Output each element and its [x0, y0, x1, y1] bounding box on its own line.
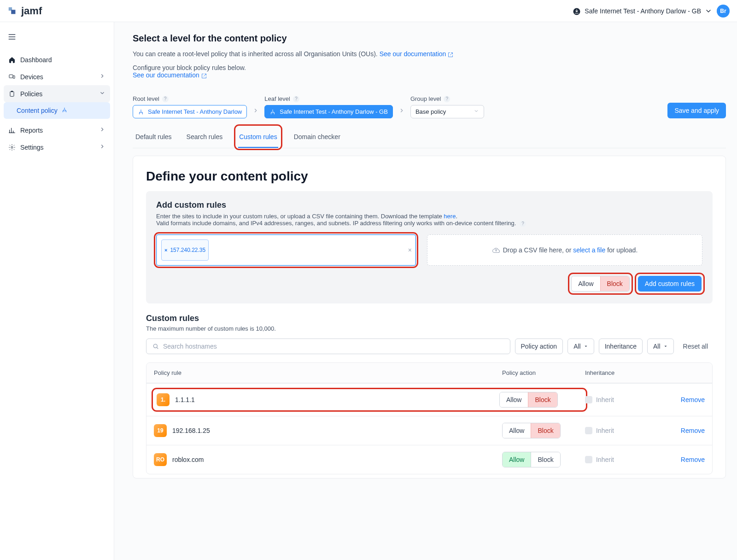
sidebar-item-label: Devices — [20, 73, 43, 81]
configure-sub: Configure your block policy rules below.… — [133, 64, 726, 79]
org-switcher[interactable]: Safe Internet Test - Anthony Darlow - GB — [585, 7, 712, 15]
sidebar-item-label: Content policy — [17, 107, 58, 114]
chevron-right-icon — [398, 107, 406, 118]
custom-rules-sub: The maximum number of custom rules is 10… — [146, 325, 713, 332]
help-icon[interactable]: ? — [162, 96, 169, 102]
block-option[interactable]: Block — [600, 276, 629, 291]
brand: jamf — [7, 5, 42, 17]
row-inherit[interactable]: Inherit — [585, 456, 654, 463]
chevron-right-icon — [252, 107, 260, 118]
save-and-apply-button[interactable]: Save and apply — [667, 103, 726, 118]
tab-custom[interactable]: Custom rules — [238, 127, 278, 148]
tabs: Default rulesSearch rulesCustom rulesDom… — [133, 127, 726, 148]
sidebar-subitem-content-policy[interactable]: Content policy — [4, 102, 110, 119]
row-remove-link[interactable]: Remove — [654, 427, 705, 434]
reset-all-button[interactable]: Reset all — [679, 339, 713, 354]
row-block-option[interactable]: Block — [531, 452, 560, 467]
tab-checker[interactable]: Domain checker — [293, 127, 341, 148]
row-allow-option[interactable]: Allow — [500, 392, 528, 407]
row-inherit[interactable]: Inherit — [585, 427, 654, 434]
allow-option[interactable]: Allow — [572, 276, 600, 291]
clear-all-tokens[interactable]: × — [408, 246, 412, 254]
table-row: RO roblox.com Allow Block Inherit Remove — [146, 445, 712, 474]
add-rules-panel: Add custom rules Enter the sites to incl… — [146, 191, 713, 303]
define-title: Define your content policy — [146, 169, 713, 184]
add-rules-title: Add custom rules — [156, 200, 702, 210]
row-remove-link[interactable]: Remove — [654, 456, 705, 463]
svg-rect-4 — [13, 76, 15, 78]
rule-badge: 1. — [157, 393, 170, 406]
add-custom-rules-highlight: Add custom rules — [637, 275, 702, 292]
row-allow-option[interactable]: Allow — [503, 452, 531, 467]
tab-default[interactable]: Default rules — [135, 127, 173, 148]
page-subtitle: You can create a root-level policy that … — [133, 50, 726, 58]
sidebar-item-label: Dashboard — [20, 56, 52, 64]
doc-link-2[interactable]: See our documentation — [133, 71, 207, 79]
help-icon[interactable]: ? — [293, 96, 299, 102]
table-header: Policy rule Policy action Inheritance — [146, 363, 712, 383]
help-icon[interactable]: ? — [444, 96, 450, 102]
chevron-down-icon — [705, 7, 712, 15]
sidebar-item-policies[interactable]: Policies — [4, 85, 110, 102]
download-icon[interactable] — [573, 7, 580, 15]
csv-select-file-link[interactable]: select a file — [573, 246, 605, 254]
rule-host: 192.168.1.25 — [172, 427, 210, 434]
define-card: Define your content policy Add custom ru… — [133, 156, 726, 478]
add-rules-sub-1: Enter the sites to include in your custo… — [156, 213, 702, 220]
svg-point-8 — [153, 344, 157, 348]
sidebar-item-devices[interactable]: Devices — [0, 68, 114, 85]
token-value: 157.240.22.35 — [170, 247, 205, 253]
sidebar-item-dashboard[interactable]: Dashboard — [0, 52, 114, 68]
clipboard-icon — [8, 90, 16, 98]
row-inherit[interactable]: Inherit — [585, 396, 654, 403]
root-level-label: Root level? — [133, 95, 247, 102]
org-name: Safe Internet Test - Anthony Darlow - GB — [585, 7, 701, 15]
row-allow-option[interactable]: Allow — [503, 423, 531, 438]
tab-custom-highlight: Custom rules — [236, 127, 280, 148]
table-row: 1. 1.1.1.1 Allow Block Inherit Remove — [146, 383, 712, 416]
filter-bar: Search hostnames Policy action All Inher… — [146, 338, 713, 354]
group-level-select[interactable]: Base policy — [410, 105, 484, 118]
template-download-link[interactable]: here — [444, 213, 456, 220]
search-hostnames[interactable]: Search hostnames — [146, 338, 510, 354]
menu-toggle[interactable] — [0, 28, 114, 48]
sidebar-item-label: Policies — [20, 90, 42, 98]
leaf-level-chip[interactable]: Safe Internet Test - Anthony Darlow - GB — [264, 105, 393, 118]
rule-badge: RO — [154, 453, 167, 466]
root-level-chip[interactable]: Safe Internet Test - Anthony Darlow — [133, 105, 247, 118]
doc-link-1[interactable]: See our documentation — [380, 50, 454, 58]
help-icon[interactable]: ? — [520, 221, 526, 227]
chart-icon — [8, 127, 16, 134]
row-block-option[interactable]: Block — [528, 392, 557, 407]
sidebar-item-reports[interactable]: Reports — [0, 122, 114, 139]
brand-name: jamf — [21, 5, 42, 17]
row-remove-link[interactable]: Remove — [654, 396, 705, 403]
tab-search[interactable]: Search rules — [186, 127, 224, 148]
row-block-option[interactable]: Block — [531, 423, 560, 438]
sidebar-item-settings[interactable]: Settings — [0, 139, 114, 156]
policy-action-filter[interactable]: All — [567, 338, 594, 354]
leaf-level-label: Leaf level? — [264, 95, 393, 102]
cloud-upload-icon — [492, 246, 499, 254]
svg-rect-1 — [11, 10, 15, 14]
remove-token-icon[interactable]: × — [164, 247, 167, 253]
chevron-right-icon — [99, 73, 105, 81]
avatar[interactable]: Br — [717, 5, 730, 18]
table-row: 19 192.168.1.25 Allow Block Inherit Remo… — [146, 416, 712, 445]
chevron-down-icon — [99, 90, 105, 98]
add-custom-rules-button[interactable]: Add custom rules — [638, 276, 702, 292]
logo-icon — [7, 6, 18, 16]
level-row: Root level? Safe Internet Test - Anthony… — [133, 95, 726, 118]
row-allow-block-toggle: Allow Block — [502, 423, 561, 438]
svg-rect-6 — [11, 91, 13, 92]
sites-input-highlight: × 157.240.22.35 × — [156, 234, 416, 266]
sidebar-item-label: Settings — [20, 144, 44, 151]
chevron-down-icon — [474, 108, 479, 115]
csv-dropzone[interactable]: Drop a CSV file here, or select a file f… — [427, 234, 702, 266]
site-token[interactable]: × 157.240.22.35 — [161, 239, 209, 261]
external-link-icon — [448, 52, 453, 57]
caret-down-icon — [584, 343, 588, 350]
inheritance-filter[interactable]: All — [647, 338, 674, 354]
sites-token-input[interactable]: × 157.240.22.35 × — [156, 234, 416, 266]
sidebar: Dashboard Devices Policies Content polic… — [0, 22, 114, 560]
